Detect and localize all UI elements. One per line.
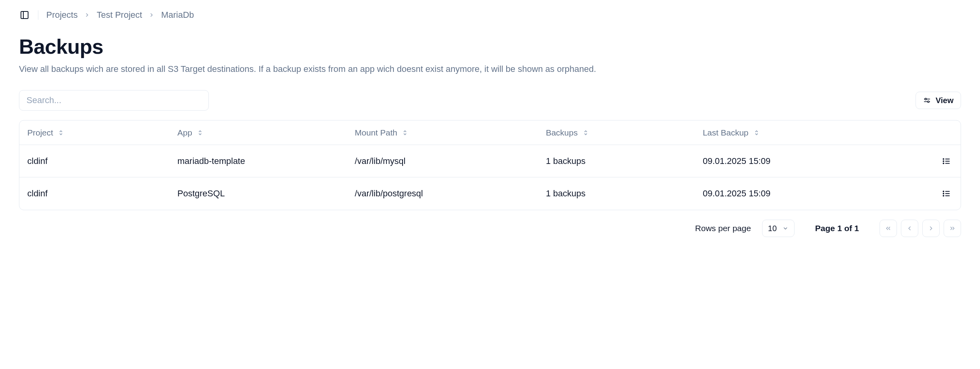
column-header-last-backup[interactable]: Last Backup <box>703 128 921 137</box>
row-actions-button[interactable] <box>940 187 953 200</box>
page-description: View all backups wich are stored in all … <box>19 64 961 74</box>
table-row: cldinf PostgreSQL /var/lib/postgresql 1 … <box>19 177 961 210</box>
column-label: Mount Path <box>355 128 397 137</box>
cell-app: PostgreSQL <box>178 188 355 199</box>
list-icon <box>942 189 951 198</box>
rows-per-page-label: Rows per page <box>695 224 751 233</box>
pagination: Rows per page 10 Page 1 of 1 <box>19 220 961 237</box>
breadcrumb-item-test-project[interactable]: Test Project <box>96 10 142 20</box>
next-page-button[interactable] <box>922 220 940 237</box>
cell-project: cldinf <box>27 188 178 199</box>
breadcrumb: Projects Test Project MariaDb <box>46 10 194 20</box>
column-label: Last Backup <box>703 128 749 137</box>
last-page-button[interactable] <box>944 220 961 237</box>
panel-toggle-button[interactable] <box>19 9 30 21</box>
search-input[interactable] <box>19 90 209 111</box>
prev-page-button[interactable] <box>901 220 918 237</box>
chevron-left-icon <box>906 225 913 232</box>
panel-left-icon <box>20 10 29 20</box>
topbar: Projects Test Project MariaDb <box>19 9 961 21</box>
row-actions-button[interactable] <box>940 155 953 168</box>
svg-rect-0 <box>21 11 28 19</box>
sort-icon <box>198 130 202 136</box>
svg-point-4 <box>925 98 926 100</box>
chevrons-right-icon <box>949 225 956 232</box>
chevron-down-icon <box>782 225 789 232</box>
svg-point-16 <box>943 193 944 194</box>
svg-point-11 <box>943 163 944 164</box>
sort-icon <box>403 130 407 136</box>
breadcrumb-item-mariadb[interactable]: MariaDb <box>161 10 194 20</box>
cell-last-backup: 09.01.2025 15:09 <box>703 188 921 199</box>
chevron-right-icon <box>148 12 155 18</box>
view-button[interactable]: View <box>916 92 961 109</box>
rows-per-page-value: 10 <box>768 224 777 233</box>
chevron-right-icon <box>84 12 90 18</box>
topbar-divider <box>38 10 38 20</box>
column-label: Project <box>27 128 53 137</box>
column-header-backups[interactable]: Backups <box>546 128 703 137</box>
sort-icon <box>754 130 759 136</box>
svg-point-15 <box>943 191 944 192</box>
chevrons-left-icon <box>885 225 892 232</box>
rows-per-page-select[interactable]: 10 <box>762 220 795 237</box>
page-indicator: Page 1 of 1 <box>815 224 859 233</box>
table-row: cldinf mariadb-template /var/lib/mysql 1… <box>19 145 961 177</box>
cell-backups: 1 backups <box>546 156 703 166</box>
column-header-project[interactable]: Project <box>27 128 178 137</box>
column-label: Backups <box>546 128 578 137</box>
column-header-mount-path[interactable]: Mount Path <box>355 128 546 137</box>
table-header: Project App Mount Path Backups Last Back… <box>19 120 961 145</box>
column-label: App <box>178 128 192 137</box>
list-icon <box>942 157 951 166</box>
chevron-right-icon <box>927 225 935 232</box>
cell-app: mariadb-template <box>178 156 355 166</box>
svg-point-17 <box>943 195 944 196</box>
controls-row: View <box>19 90 961 111</box>
page-title: Backups <box>19 35 961 58</box>
cell-backups: 1 backups <box>546 188 703 199</box>
svg-point-5 <box>927 101 929 102</box>
pager-buttons <box>880 220 961 237</box>
sort-icon <box>583 130 588 136</box>
sliders-icon <box>923 96 931 104</box>
cell-last-backup: 09.01.2025 15:09 <box>703 156 921 166</box>
cell-mount-path: /var/lib/mysql <box>355 156 546 166</box>
sort-icon <box>59 130 63 136</box>
breadcrumb-item-projects[interactable]: Projects <box>46 10 78 20</box>
view-button-label: View <box>936 96 954 105</box>
column-header-app[interactable]: App <box>178 128 355 137</box>
svg-point-9 <box>943 158 944 159</box>
svg-point-10 <box>943 160 944 161</box>
first-page-button[interactable] <box>880 220 897 237</box>
cell-mount-path: /var/lib/postgresql <box>355 188 546 199</box>
backups-table: Project App Mount Path Backups Last Back… <box>19 120 961 210</box>
cell-project: cldinf <box>27 156 178 166</box>
